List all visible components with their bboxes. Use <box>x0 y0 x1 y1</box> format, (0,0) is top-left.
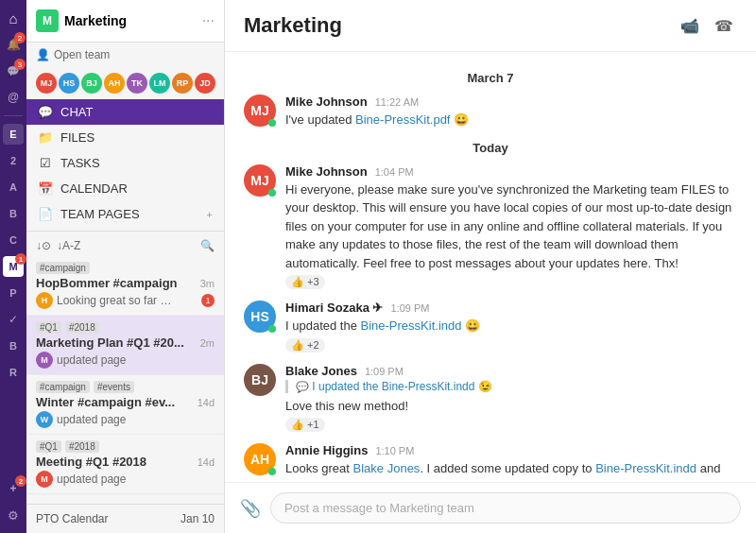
msg-avatar-wrap: BJ <box>244 364 276 396</box>
m-letter-icon[interactable]: M 1 <box>3 256 24 277</box>
num2-icon[interactable]: 2 <box>3 150 24 171</box>
quoted-message: 💬 I updated the Bine-PressKit.indd 😉 <box>285 380 737 393</box>
file-link[interactable]: Bine-PressKit.indd <box>595 461 696 475</box>
message-item: BJ Blake Jones 1:09 PM 💬 I updated the B… <box>244 364 737 433</box>
message-item: HS Himari Sozaka ✈ 1:09 PM I updated the… <box>244 301 737 352</box>
msg-content: Blake Jones 1:09 PM 💬 I updated the Bine… <box>285 364 737 433</box>
search-conversations-icon[interactable]: 🔍 <box>200 239 215 252</box>
add-page-icon[interactable]: + <box>207 209 213 220</box>
b2-letter-icon[interactable]: B <box>3 335 24 356</box>
file-link[interactable]: Bine-PressKit.indd <box>361 318 462 333</box>
avatar[interactable]: HS <box>59 73 79 94</box>
msg-avatar-wrap: MJ <box>244 95 276 127</box>
avatar[interactable]: BJ <box>81 73 102 94</box>
mention-link[interactable]: Blake Jones <box>353 461 421 475</box>
conversation-item-meeting[interactable]: #Q1 #2018 Meeting #Q1 #2018 14d M update… <box>26 435 224 494</box>
video-call-button[interactable]: 📹 <box>677 15 703 37</box>
msg-content: Mike Johnson 11:22 AM I've updated Bine-… <box>285 95 737 129</box>
avatar[interactable]: MJ <box>36 73 57 94</box>
msg-reaction[interactable]: 👍 +3 <box>285 275 325 289</box>
message-item: MJ Mike Johnson 1:04 PM Hi everyone, ple… <box>244 164 737 290</box>
chat-input-area: 📎 <box>225 482 756 533</box>
nav-files[interactable]: 📁 FILES <box>26 125 224 150</box>
msg-reaction[interactable]: 👍 +1 <box>285 418 325 432</box>
add-workspace-icon[interactable]: + 2 <box>3 478 24 499</box>
icon-bar: ⌂ 🔔 2 💬 3 @ E 2 A B C M 1 P ✓ B R + 2 ⚙ <box>0 0 26 533</box>
msg-content: Mike Johnson 1:04 PM Hi everyone, please… <box>285 164 737 290</box>
open-team-button[interactable]: 👤 Open team <box>26 43 224 67</box>
a-letter-icon[interactable]: A <box>3 177 24 198</box>
tag: #2018 <box>65 440 99 453</box>
message-item: AH Annie Higgins 1:10 PM Looks great Bla… <box>244 443 737 482</box>
tag: #Q1 <box>36 440 61 453</box>
sort-icon[interactable]: ↓⊙ <box>36 239 51 252</box>
sidebar-footer: PTO Calendar Jan 10 <box>26 504 224 533</box>
quoted-link[interactable]: I updated the Bine-PressKit.indd 😉 <box>312 380 491 393</box>
at-icon[interactable]: @ <box>3 87 24 108</box>
msg-text: I updated the Bine-PressKit.indd 😀 <box>285 317 737 335</box>
b-letter-icon[interactable]: B <box>3 203 24 224</box>
member-avatars: MJ HS BJ AH TK LM RP JD <box>26 67 224 99</box>
date-separator-today: Today <box>244 141 737 155</box>
main-content: Marketing 📹 ☎ March 7 MJ Mike Johnson 11… <box>225 0 756 533</box>
workspace-name: Marketing <box>64 13 202 28</box>
person-icon: 👤 <box>36 48 50 61</box>
nav-chat[interactable]: 💬 CHAT <box>26 99 224 125</box>
msg-header: Mike Johnson 11:22 AM <box>285 95 737 109</box>
msg-content: Himari Sozaka ✈ 1:09 PM I updated the Bi… <box>285 301 737 352</box>
sidebar: M Marketing ··· 👤 Open team MJ HS BJ AH … <box>26 0 225 533</box>
tag: #events <box>94 381 134 393</box>
bell-icon[interactable]: 🔔 2 <box>3 34 24 55</box>
online-indicator <box>268 468 276 475</box>
date-separator-march7: March 7 <box>244 71 737 85</box>
msg-reaction[interactable]: 👍 +2 <box>285 338 325 352</box>
nav-tasks[interactable]: ☑ TASKS <box>26 150 224 176</box>
conversation-list: #campaign HopBommer #campaign 3m H Looki… <box>26 256 224 504</box>
conversation-item-hopbommer[interactable]: #campaign HopBommer #campaign 3m H Looki… <box>26 256 224 316</box>
workspace-icon: M <box>36 9 59 32</box>
files-nav-icon: 📁 <box>38 130 53 145</box>
message-input[interactable] <box>270 492 741 524</box>
avatar[interactable]: JD <box>195 73 215 94</box>
tag: #campaign <box>36 381 90 393</box>
file-link[interactable]: Bine-PressKit.pdf <box>355 112 450 127</box>
avatar[interactable]: LM <box>149 73 170 94</box>
attach-icon[interactable]: 📎 <box>240 498 261 519</box>
nav-calendar[interactable]: 📅 CALENDAR <box>26 176 224 201</box>
online-indicator <box>268 189 276 197</box>
message-item: MJ Mike Johnson 11:22 AM I've updated Bi… <box>244 95 737 129</box>
tag: #2018 <box>65 321 99 334</box>
c-letter-icon[interactable]: C <box>3 230 24 250</box>
conversation-item-marketing-plan[interactable]: #Q1 #2018 Marketing Plan #Q1 #20... 2m M… <box>26 316 224 375</box>
voice-call-button[interactable]: ☎ <box>711 15 737 37</box>
msg-avatar-wrap: HS <box>244 301 276 333</box>
unread-badge: 1 <box>201 294 215 307</box>
chat-bubble-icon[interactable]: 💬 3 <box>3 60 24 81</box>
tag: #campaign <box>36 262 90 274</box>
more-options-icon[interactable]: ··· <box>202 12 215 29</box>
msg-avatar-wrap: MJ <box>244 164 276 197</box>
r-letter-icon[interactable]: R <box>3 362 24 383</box>
settings-gear-icon[interactable]: ⚙ <box>3 505 24 525</box>
e-letter-icon[interactable]: E <box>3 124 24 145</box>
home-icon[interactable]: ⌂ <box>3 8 24 28</box>
conv-avatar: W <box>36 411 53 428</box>
calendar-nav-icon: 📅 <box>38 181 53 196</box>
avatar[interactable]: TK <box>127 73 147 94</box>
nav-team-pages[interactable]: 📄 TEAM PAGES + <box>26 201 224 227</box>
p-letter-icon[interactable]: P <box>3 283 24 303</box>
online-indicator <box>268 119 276 127</box>
sidebar-header: M Marketing ··· <box>26 0 224 43</box>
tasks-nav-icon: ☑ <box>38 156 53 170</box>
avatar[interactable]: RP <box>172 73 193 94</box>
header-actions: 📹 ☎ <box>677 15 737 37</box>
avatar[interactable]: AH <box>104 73 125 94</box>
msg-header: Blake Jones 1:09 PM <box>285 364 737 378</box>
conversation-item-winter[interactable]: #campaign #events Winter #campaign #ev..… <box>26 375 224 435</box>
tag: #Q1 <box>36 321 61 334</box>
msg-header: Annie Higgins 1:10 PM <box>285 443 737 457</box>
sort-az-icon[interactable]: ↓A-Z <box>57 239 80 252</box>
checkmark-icon[interactable]: ✓ <box>3 309 24 330</box>
msg-text: Hi everyone, please make sure you've syn… <box>285 181 737 273</box>
online-indicator <box>268 325 276 333</box>
